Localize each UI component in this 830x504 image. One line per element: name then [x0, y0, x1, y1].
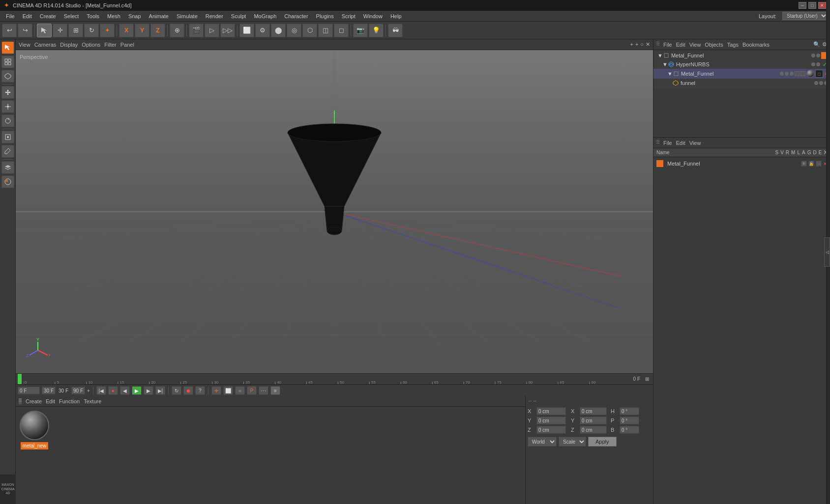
menu-animate[interactable]: Animate: [145, 12, 173, 20]
lt-polygon-button[interactable]: [1, 70, 14, 83]
object-tool-button[interactable]: ✦: [100, 24, 115, 37]
am-menu-file[interactable]: File: [663, 140, 672, 146]
menu-plugins[interactable]: Plugins: [312, 12, 338, 20]
menu-window[interactable]: Window: [359, 12, 386, 20]
menu-edit[interactable]: Edit: [19, 12, 36, 20]
om-dot-6[interactable]: [785, 72, 789, 76]
om-search-icon[interactable]: 🔍: [813, 41, 820, 48]
material-item[interactable]: metal_new: [20, 411, 49, 449]
vp-menu-view[interactable]: View: [19, 42, 30, 48]
lt-scale-button[interactable]: [1, 100, 14, 113]
record-help-button[interactable]: ?: [195, 386, 205, 395]
om-expand-icon-3[interactable]: ▼: [667, 71, 673, 77]
h-rot-input[interactable]: [620, 407, 639, 415]
menu-help[interactable]: Help: [386, 12, 406, 20]
camera-button[interactable]: 📷: [353, 24, 368, 37]
fps-display[interactable]: 30 F: [42, 387, 56, 394]
y-pos-input[interactable]: [536, 417, 566, 424]
menu-tools[interactable]: Tools: [83, 12, 103, 20]
om-menu-file[interactable]: File: [663, 42, 672, 48]
om-menu-edit[interactable]: Edit: [676, 42, 685, 48]
om-checkbox-1[interactable]: [795, 71, 800, 76]
vp-menu-cameras[interactable]: Cameras: [34, 42, 57, 48]
scene-button[interactable]: ◻: [334, 24, 349, 37]
light-button[interactable]: 💡: [369, 24, 384, 37]
y-size-input[interactable]: [580, 417, 607, 424]
vp-menu-display[interactable]: Display: [60, 42, 78, 48]
b-rot-input[interactable]: [620, 426, 639, 434]
om-dot-1[interactable]: [811, 54, 815, 57]
key-add-button[interactable]: ✛: [211, 386, 221, 395]
lt-rotate-button[interactable]: [1, 114, 14, 127]
viewport-canvas[interactable]: Perspective: [16, 50, 653, 373]
am-eye-icon[interactable]: 👁: [801, 161, 807, 167]
render-active-button[interactable]: ▷: [205, 24, 219, 37]
om-menu-objects[interactable]: Objects: [705, 42, 723, 48]
rotate-tool-button[interactable]: ↻: [84, 24, 99, 37]
end-frame-display[interactable]: 90 F: [71, 387, 85, 394]
lt-paint-button[interactable]: [1, 145, 14, 158]
mat-menu-edit[interactable]: Edit: [46, 398, 55, 404]
maximize-button[interactable]: □: [808, 2, 816, 9]
sphere-button[interactable]: ⚙: [255, 24, 270, 37]
om-menu-view[interactable]: View: [689, 42, 701, 48]
om-menu-bookmarks[interactable]: Bookmarks: [742, 42, 770, 48]
timeline-ruler-marks[interactable]: 0 5 10 15 20 25: [22, 374, 630, 384]
am-lock-icon[interactable]: 🔒: [808, 161, 814, 167]
render-region-button[interactable]: 🎬: [189, 24, 204, 37]
menu-file[interactable]: File: [2, 12, 19, 20]
expand-icon[interactable]: ⊞: [643, 376, 651, 382]
menu-sculpt[interactable]: Sculpt: [227, 12, 250, 20]
loop-button[interactable]: ↻: [172, 386, 181, 395]
menu-create[interactable]: Create: [36, 12, 60, 20]
key-dots-button[interactable]: ⋯: [259, 386, 268, 395]
vp-icon-add[interactable]: +: [630, 41, 633, 48]
goto-start-button[interactable]: |◀: [96, 386, 106, 395]
am-dots-icon[interactable]: ⋯: [816, 161, 822, 167]
play-button[interactable]: ▶: [132, 386, 142, 395]
p-rot-input[interactable]: [620, 417, 639, 424]
scale-tool-button[interactable]: ⊞: [68, 24, 83, 37]
key-record-button[interactable]: P: [247, 386, 257, 395]
lt-mesh-button[interactable]: [1, 56, 14, 68]
layout-select[interactable]: Startup (User): [782, 12, 828, 20]
viewport[interactable]: View Cameras Display Options Filter Pane…: [16, 39, 653, 373]
om-dot-2[interactable]: [816, 54, 820, 57]
lt-texture-button[interactable]: [1, 175, 14, 188]
x-pos-input[interactable]: [536, 407, 566, 415]
om-row-metal-funnel-root[interactable]: ▼ Metal_Funnel: [653, 51, 830, 60]
cylinder-button[interactable]: ⬤: [271, 24, 286, 37]
x-axis-button[interactable]: X: [119, 24, 134, 37]
menu-select[interactable]: Select: [60, 12, 83, 20]
menu-script[interactable]: Script: [338, 12, 359, 20]
om-expand-icon[interactable]: ▼: [657, 53, 663, 58]
current-frame-input[interactable]: 0 F: [18, 387, 40, 394]
render-all-button[interactable]: ▷▷: [220, 24, 235, 37]
om-dot-3[interactable]: [811, 62, 815, 66]
scale-dropdown[interactable]: Scale Size: [559, 437, 586, 447]
right-edge-tab[interactable]: ◁: [824, 237, 830, 267]
vp-menu-panel[interactable]: Panel: [120, 42, 134, 48]
goto-end-button[interactable]: ▶|: [155, 386, 165, 395]
spline-button[interactable]: ◎: [287, 24, 301, 37]
deformer-button[interactable]: ◫: [318, 24, 333, 37]
vp-icon-x[interactable]: ✕: [646, 41, 650, 48]
timeline-ruler[interactable]: 0 5 10 15 20 25: [16, 374, 653, 385]
am-menu-view[interactable]: View: [689, 140, 701, 146]
menu-mesh[interactable]: Mesh: [103, 12, 124, 20]
z-pos-input[interactable]: [536, 426, 566, 434]
z-axis-button[interactable]: Z: [150, 24, 165, 37]
next-frame-button[interactable]: ▶: [144, 386, 153, 395]
vp-icon-circle[interactable]: ○: [640, 41, 644, 48]
vp-menu-filter[interactable]: Filter: [104, 42, 116, 48]
menu-snap[interactable]: Snap: [124, 12, 145, 20]
cube-button[interactable]: ⬜: [239, 24, 254, 37]
vp-icon-plus[interactable]: +: [635, 41, 638, 48]
lt-snap-button[interactable]: [1, 131, 14, 143]
om-checkbox-2[interactable]: [800, 71, 805, 76]
om-row-hypernurbs[interactable]: ▼ HyperNURBS ✓: [653, 60, 830, 69]
y-axis-button[interactable]: Y: [135, 24, 149, 37]
om-dot-4[interactable]: [816, 62, 820, 66]
world-dropdown[interactable]: World Object: [528, 437, 557, 447]
timeline-toggle-button[interactable]: ≡: [270, 386, 280, 395]
